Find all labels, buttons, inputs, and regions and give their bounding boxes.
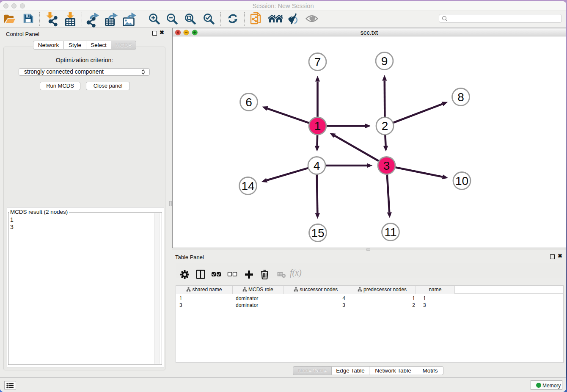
svg-text:10: 10 (455, 174, 468, 188)
svg-text:14: 14 (241, 179, 254, 193)
svg-text:8: 8 (457, 91, 464, 104)
svg-text:3: 3 (383, 159, 390, 172)
svg-text:4: 4 (314, 159, 320, 172)
svg-text:9: 9 (381, 55, 388, 68)
svg-text:7: 7 (314, 55, 321, 69)
svg-text:f(x): f(x) (290, 268, 302, 278)
svg-text:1: 1 (314, 119, 321, 133)
svg-text:2: 2 (382, 119, 388, 133)
svg-text:11: 11 (384, 226, 396, 239)
svg-text:6: 6 (245, 96, 252, 109)
svg-text:15: 15 (311, 226, 324, 240)
